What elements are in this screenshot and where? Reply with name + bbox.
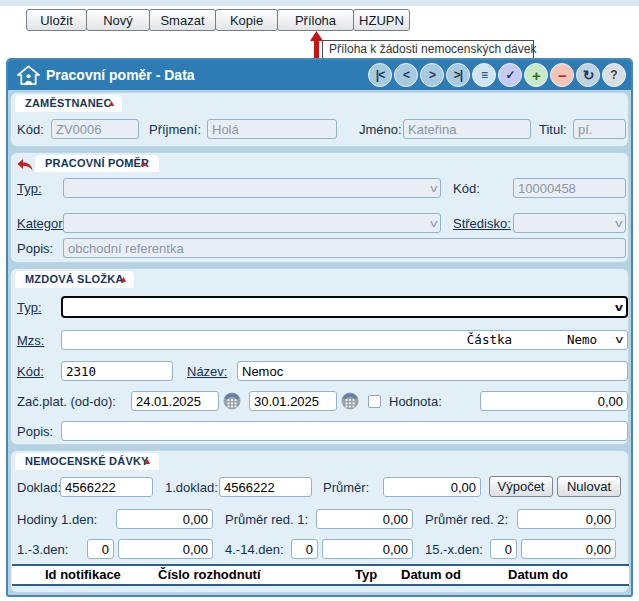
col-datum-do[interactable]: Datum do (508, 566, 568, 584)
jmeno-input[interactable] (403, 119, 531, 139)
col-datum-od[interactable]: Datum od (401, 566, 461, 584)
den-4-14-label: 4.-14.den: (225, 540, 284, 560)
doklad1-input[interactable] (219, 477, 312, 497)
ws-kod-link-label[interactable]: Kód: (17, 362, 44, 382)
col-cislo-rozhodnuti[interactable]: Číslo rozhodnutí (158, 566, 261, 584)
collapse-marker-icon[interactable]: ▲ (119, 274, 128, 284)
help-button[interactable]: ? (602, 63, 626, 87)
hodiny-label: Hodiny 1.den: (17, 510, 97, 530)
section-pracovni-pomer: PRACOVNÍ POMĚR ▲ Typ: --První pracovní p… (10, 152, 629, 263)
ulozit-button[interactable]: Uložit (26, 9, 87, 31)
priloha-tooltip: Příloha k žádosti nemocenských dávek (322, 40, 534, 59)
chevron-down-icon: v (615, 214, 622, 232)
prumer-red2-input[interactable] (517, 509, 616, 529)
col-typ[interactable]: Typ (355, 566, 377, 584)
pp-popis-label: Popis: (17, 239, 53, 259)
mzs-select[interactable]: 2310 Nemoc Částka Nemo v (61, 330, 628, 350)
kod-input[interactable] (51, 119, 139, 139)
notifications-table-header: Id notifikace Číslo rozhodnutí Typ Datum… (12, 564, 629, 586)
prev-record-button[interactable]: < (394, 63, 418, 87)
kategorie-select[interactable]: T TH pracovníci v (63, 213, 441, 233)
hodnota-checkbox[interactable] (368, 395, 381, 408)
section-mzdova-slozka: MZDOVÁ SLOŽKA ▲ Typ: --Nemocenské dávky … (10, 268, 629, 445)
den-1-3-days-input[interactable] (87, 539, 114, 559)
doklad-label: Doklad: (17, 478, 61, 498)
stredisko-link-label[interactable]: Středisko: (453, 214, 511, 234)
section-mzdova-slozka-title: MZDOVÁ SLOŽKA (15, 271, 134, 288)
pp-kod-label: Kód: (453, 179, 480, 199)
refresh-button[interactable]: ↻ (576, 63, 600, 87)
next-record-button[interactable]: > (420, 63, 444, 87)
kopie-button[interactable]: Kopie (215, 9, 278, 31)
ws-typ-link-label[interactable]: Typ: (17, 298, 42, 318)
nulovat-button[interactable]: Nulovat (557, 476, 621, 497)
chevron-down-icon: v (430, 179, 437, 197)
den-15-x-days-input[interactable] (490, 539, 517, 559)
app-screen: Uložit Nový Smazat Kopie Příloha HZUPN P… (0, 0, 639, 601)
den-4-14-days-input[interactable] (291, 539, 318, 559)
ws-kod-input[interactable] (61, 361, 173, 381)
hodnota-input[interactable] (480, 391, 628, 411)
remove-record-button[interactable]: − (550, 63, 574, 87)
date-from-input[interactable] (131, 391, 219, 411)
calendar-icon[interactable] (223, 392, 241, 410)
list-menu-button[interactable]: ≡ (472, 63, 496, 87)
top-strip (0, 0, 639, 6)
hzupn-button[interactable]: HZUPN (353, 9, 410, 31)
section-zamestnanec: ZAMĚSTNANEC ▲ Kód: Příjmení: Jméno: Titu… (10, 92, 629, 147)
record-navbar: |< < > >| ≡ ✓ + − ↻ ? (368, 63, 626, 87)
titul-label: Titul: (539, 120, 567, 140)
hodnota-label: Hodnota: (389, 392, 442, 412)
typ-link-label[interactable]: Typ: (17, 179, 42, 199)
collapse-marker-icon[interactable]: ▲ (139, 158, 148, 168)
window-titlebar: Pracovní poměr - Data |< < > >| ≡ ✓ + − … (8, 60, 631, 90)
ws-popis-input[interactable] (61, 421, 628, 441)
collapse-marker-icon[interactable]: ▲ (107, 98, 116, 108)
prumer-input[interactable] (383, 477, 481, 497)
section-nemocenske-davky: NEMOCENSKÉ DÁVKY ▲ Doklad: 1.doklad: Prů… (10, 450, 629, 593)
nazev-link-label[interactable]: Název: (187, 362, 227, 382)
stredisko-select[interactable]: S01 v (513, 213, 626, 233)
prumer-label: Průměr: (323, 478, 369, 498)
den-15-x-amount-input[interactable] (521, 539, 616, 559)
pp-kod-input[interactable] (513, 178, 626, 198)
prumer-red1-input[interactable] (316, 509, 413, 529)
doklad1-label: 1.doklad: (165, 478, 218, 498)
collapse-marker-icon[interactable]: ▲ (143, 456, 152, 466)
jmeno-label: Jméno: (359, 120, 402, 140)
kod-label: Kód: (17, 120, 44, 140)
pp-popis-input[interactable] (63, 238, 626, 258)
vypocet-button[interactable]: Výpočet (489, 476, 553, 497)
section-nemocenske-davky-title: NEMOCENSKÉ DÁVKY (15, 453, 159, 470)
zacplat-label: Zač.plat. (od-do): (17, 392, 116, 412)
nazev-input[interactable] (237, 361, 628, 381)
den-1-3-amount-input[interactable] (118, 539, 213, 559)
mzs-link-label[interactable]: Mzs: (17, 331, 44, 351)
date-to-input[interactable] (249, 391, 337, 411)
confirm-button[interactable]: ✓ (498, 63, 522, 87)
add-record-button[interactable]: + (524, 63, 548, 87)
smazat-button[interactable]: Smazat (149, 9, 216, 31)
window-title: Pracovní poměr - Data (46, 60, 195, 90)
doklad-input[interactable] (60, 477, 153, 497)
back-arrow-icon[interactable] (17, 157, 33, 175)
chevron-down-icon: v (615, 331, 624, 349)
section-zamestnanec-title: ZAMĚSTNANEC (15, 95, 122, 112)
den-1-3-label: 1.-3.den: (17, 540, 68, 560)
typ-select[interactable]: --První pracovní poměr v (63, 178, 441, 198)
calendar-icon[interactable] (341, 392, 359, 410)
mzs-col-nemo: Nemo (567, 331, 597, 349)
prijmeni-input[interactable] (207, 119, 337, 139)
col-id-notifikace[interactable]: Id notifikace (45, 566, 121, 584)
novy-button[interactable]: Nový (86, 9, 150, 31)
home-icon (17, 64, 40, 90)
ws-popis-label: Popis: (17, 422, 53, 442)
chevron-down-icon: v (430, 214, 437, 232)
last-record-button[interactable]: >| (446, 63, 470, 87)
priloha-button[interactable]: Příloha (277, 9, 354, 31)
first-record-button[interactable]: |< (368, 63, 392, 87)
ws-typ-select[interactable]: --Nemocenské dávky v (61, 296, 628, 318)
den-4-14-amount-input[interactable] (322, 539, 413, 559)
hodiny-input[interactable] (116, 509, 213, 529)
titul-input[interactable] (573, 119, 626, 139)
